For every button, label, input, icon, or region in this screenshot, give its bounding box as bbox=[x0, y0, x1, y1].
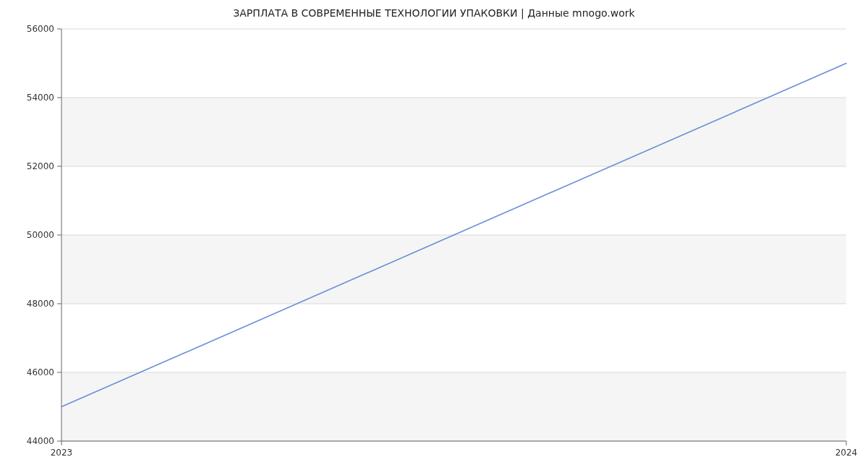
y-tick-label: 44000 bbox=[27, 436, 54, 446]
y-tick-label: 48000 bbox=[27, 299, 54, 309]
y-tick-label: 56000 bbox=[27, 24, 54, 34]
chart-svg: 4400046000480005000052000540005600020232… bbox=[0, 0, 868, 470]
y-tick-label: 50000 bbox=[27, 230, 54, 240]
y-tick-label: 54000 bbox=[27, 93, 54, 103]
chart-title: ЗАРПЛАТА В СОВРЕМЕННЫЕ ТЕХНОЛОГИИ УПАКОВ… bbox=[0, 7, 868, 19]
chart-container: ЗАРПЛАТА В СОВРЕМЕННЫЕ ТЕХНОЛОГИИ УПАКОВ… bbox=[0, 0, 868, 470]
x-tick-label: 2023 bbox=[51, 448, 73, 458]
grid-band bbox=[61, 166, 846, 235]
x-tick-label: 2024 bbox=[835, 448, 858, 458]
y-tick-label: 52000 bbox=[27, 161, 54, 171]
grid-band bbox=[61, 29, 846, 98]
grid-band bbox=[61, 304, 846, 372]
y-tick-label: 46000 bbox=[27, 367, 54, 377]
